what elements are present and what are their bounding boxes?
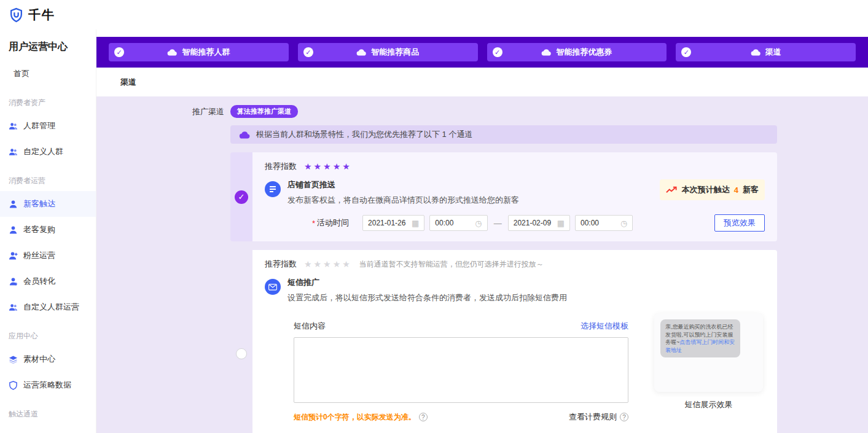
check-circle-icon: ✓ <box>303 47 313 57</box>
start-date-field[interactable]: ▦ <box>362 215 424 231</box>
section-label-consumer-assets: 消费者资产 <box>0 87 96 113</box>
sidebar: 用户运营中心 首页 消费者资产 人群管理 自定义人群 消费者运营 新客触达 老客… <box>0 29 96 433</box>
person-icon <box>9 225 18 235</box>
app-logo[interactable]: 千牛 <box>9 7 55 23</box>
end-time-field[interactable]: ◷ <box>575 215 633 231</box>
calendar-icon: ▦ <box>412 219 419 227</box>
channel-card-store: ✓ 推荐指数 ★★★★★ 店铺首页推送 发布新客权益，将自动在微商品详情页以券的… <box>230 152 777 241</box>
sidebar-item-home[interactable]: 首页 <box>0 62 96 87</box>
activity-time-label: 活动时间 <box>317 217 349 228</box>
step-channel[interactable]: ✓ 渠道 <box>676 43 856 61</box>
check-circle-icon: ✓ <box>114 47 124 57</box>
layers-icon <box>9 355 18 364</box>
char-count-note: 短信预计0个字符，以实际发送为准。 <box>294 412 416 423</box>
section-label-consumer-operation: 消费者运营 <box>0 165 96 191</box>
promo-channel-label: 推广渠道 <box>96 106 230 117</box>
select-template-link[interactable]: 选择短信模板 <box>581 321 628 332</box>
app-window: 千牛 用户运营中心 首页 消费者资产 人群管理 自定义人群 消费者运营 新客触达 <box>0 0 868 433</box>
step-smart-goods[interactable]: ✓ 智能推荐商品 <box>298 43 478 61</box>
sms-content-label: 短信内容 <box>294 321 326 332</box>
start-date-input[interactable] <box>368 219 409 227</box>
sidebar-item-member-conversion[interactable]: 会员转化 <box>0 268 96 294</box>
section-label-reach-channel: 触达通道 <box>0 398 96 424</box>
channel-desc: 设置完成后，将以短信形式发送给符合条件的消费者，发送成功后扣除短信费用 <box>287 292 567 303</box>
person-icon <box>9 277 18 286</box>
sidebar-item-new-customer-reach[interactable]: 新客触达 <box>0 191 96 217</box>
sms-content-textarea[interactable] <box>294 337 628 403</box>
smart-cloud-icon <box>751 49 761 56</box>
person-plus-icon <box>9 251 18 260</box>
people-icon <box>9 122 18 131</box>
sidebar-item-label: 粉丝运营 <box>23 250 55 261</box>
card-select-strip <box>230 250 252 433</box>
steps-bar: ✓ 智能推荐人群 ✓ 智能推荐商品 ✓ 智能推荐优惠券 ✓ 渠道 <box>96 37 868 68</box>
rating-stars: ★★★★★ <box>304 162 352 171</box>
sidebar-item-custom-crowd-operation[interactable]: 自定义人群运营 <box>0 294 96 320</box>
radio-unselected[interactable] <box>236 348 247 359</box>
content-area: 推广渠道 算法推荐推广渠道 根据当前人群和场景特性，我们为您优先推荐了以下 1 … <box>96 96 868 433</box>
smart-cloud-icon <box>239 131 251 139</box>
card-select-strip: ✓ <box>230 152 252 241</box>
calendar-icon: ▦ <box>557 219 565 227</box>
sidebar-item-crowd-management[interactable]: 人群管理 <box>0 113 96 139</box>
sms-preview-caption: 短信展示效果 <box>654 399 763 410</box>
banner-text: 根据当前人群和场景特性，我们为您优先推荐了以下 1 个通道 <box>256 129 472 140</box>
recommend-banner: 根据当前人群和场景特性，我们为您优先推荐了以下 1 个通道 <box>230 125 777 144</box>
end-date-input[interactable] <box>514 219 554 227</box>
sidebar-item-fans-operation[interactable]: 粉丝运营 <box>0 243 96 268</box>
sidebar-item-custom-crowd[interactable]: 自定义人群 <box>0 139 96 165</box>
estimate-prefix: 本次预计触达 <box>682 184 730 195</box>
algorithm-badge: 算法推荐推广渠道 <box>230 105 298 118</box>
date-range-separator: — <box>494 219 502 228</box>
trend-up-icon <box>666 186 678 193</box>
sidebar-item-label: 素材中心 <box>23 354 55 365</box>
sidebar-item-strategy-data[interactable]: 运营策略数据 <box>0 372 96 398</box>
main-area: ✓ 智能推荐人群 ✓ 智能推荐商品 ✓ 智能推荐优惠券 ✓ 渠道 <box>96 29 868 433</box>
sidebar-item-repeat-purchase[interactable]: 老客复购 <box>0 217 96 243</box>
step-label: 渠道 <box>765 47 781 58</box>
person-icon <box>9 200 18 209</box>
phone-preview: 亲,您最近购买的洗衣机已经发货啦,可以预约上门安装服务喔~点击填写上门时间和安装… <box>654 313 763 392</box>
tab-channel[interactable]: 渠道 <box>120 77 136 88</box>
channel-desc: 发布新客权益，将自动在微商品详情页以券的形式推送给您的新客 <box>287 195 519 206</box>
channel-card-sms: 推荐指数 ★★★★★ 当前通道暂不支持智能运营，但您仍可选择并进行投放～ 短信推… <box>230 250 777 433</box>
end-time-input[interactable] <box>581 219 617 227</box>
smart-cloud-icon <box>356 49 367 56</box>
help-icon[interactable]: ? <box>419 413 428 421</box>
step-smart-crowd[interactable]: ✓ 智能推荐人群 <box>109 43 289 61</box>
logo-text: 千牛 <box>28 7 55 23</box>
step-smart-coupon[interactable]: ✓ 智能推荐优惠券 <box>487 43 667 61</box>
smart-cloud-icon <box>167 49 178 56</box>
estimate-suffix: 新客 <box>743 184 759 195</box>
smart-cloud-icon <box>541 49 552 56</box>
people-icon <box>9 303 18 312</box>
start-time-field[interactable]: ◷ <box>429 215 487 231</box>
sidebar-item-label: 人群管理 <box>23 120 55 131</box>
help-icon[interactable]: ? <box>620 413 628 421</box>
clock-icon: ◷ <box>475 219 482 227</box>
billing-rule-link[interactable]: 查看计费规则 <box>569 412 617 423</box>
estimate-box: 本次预计触达 4 新客 <box>660 179 765 200</box>
sidebar-item-label: 运营策略数据 <box>23 380 71 391</box>
check-circle-icon: ✓ <box>681 47 691 57</box>
start-time-input[interactable] <box>435 219 472 227</box>
rating-label: 推荐指数 <box>265 259 297 270</box>
sms-bubble: 亲,您最近购买的洗衣机已经发货啦,可以预约上门安装服务喔~点击填写上门时间和安装… <box>660 319 740 357</box>
rating-label: 推荐指数 <box>265 161 297 172</box>
step-label: 智能推荐人群 <box>182 47 230 58</box>
sidebar-title: 用户运营中心 <box>0 33 96 62</box>
estimate-value: 4 <box>734 185 738 195</box>
sms-envelope-icon <box>265 279 281 295</box>
step-label: 智能推荐优惠券 <box>556 47 612 58</box>
required-mark: * <box>312 219 315 228</box>
sms-preview-panel: 亲,您最近购买的洗衣机已经发货啦,可以预约上门安装服务喔~点击填写上门时间和安装… <box>654 313 763 433</box>
selected-check-icon[interactable]: ✓ <box>235 190 248 204</box>
sidebar-item-material-center[interactable]: 素材中心 <box>0 346 96 372</box>
step-label: 智能推荐商品 <box>371 47 419 58</box>
preview-effect-button[interactable]: 预览效果 <box>714 214 765 232</box>
rating-stars-empty: ★★★★★ <box>304 259 352 269</box>
people-icon <box>9 147 18 157</box>
end-date-field[interactable]: ▦ <box>508 215 570 231</box>
channel-title: 店铺首页推送 <box>287 179 519 190</box>
qianniu-logo-icon <box>9 7 24 23</box>
